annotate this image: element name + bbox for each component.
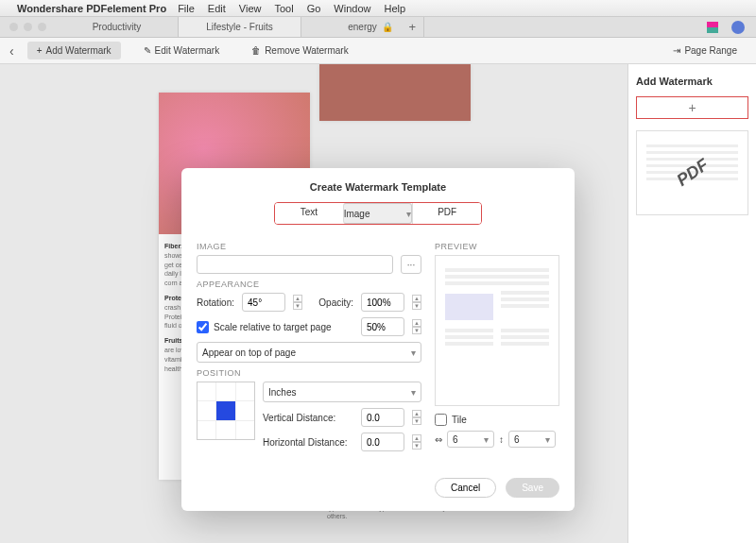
layer-select[interactable]: Appear on top of page: [197, 342, 421, 363]
menu-window[interactable]: Window: [334, 3, 370, 14]
vertical-distance-input[interactable]: [361, 408, 404, 427]
opacity-label: Opacity:: [318, 297, 353, 308]
tile-v-select[interactable]: 6: [508, 431, 556, 448]
zoom-icon[interactable]: [38, 23, 46, 31]
menu-go[interactable]: Go: [307, 3, 321, 14]
select-value: 6: [453, 434, 458, 445]
tab-label: energy: [348, 22, 377, 32]
browse-button[interactable]: ···: [401, 255, 421, 274]
add-watermark-template-button[interactable]: +: [636, 96, 748, 119]
panel-title: Add Watermark: [636, 76, 748, 87]
add-watermark-button[interactable]: +Add Watermark: [27, 42, 121, 59]
dialog-title: Create Watermark Template: [197, 181, 559, 193]
horizontal-distance-input[interactable]: [361, 433, 404, 451]
menu-help[interactable]: Help: [384, 3, 405, 14]
tab-label: Productivity: [93, 22, 142, 32]
close-icon[interactable]: [9, 23, 18, 31]
tile-checkbox[interactable]: [435, 414, 447, 426]
document-tabs: Productivity Lifestyle - Fruits energy 🔒…: [56, 17, 707, 37]
lock-icon: 🔒: [382, 22, 393, 32]
trash-icon: 🗑: [251, 45, 261, 56]
menu-tool[interactable]: Tool: [274, 3, 293, 14]
image-path-input[interactable]: [197, 255, 393, 274]
tab-image[interactable]: Image: [343, 203, 413, 224]
watermark-template-dialog: Create Watermark Template Text Image PDF…: [181, 168, 575, 511]
minimize-icon[interactable]: [24, 23, 32, 31]
position-center[interactable]: [216, 401, 234, 419]
watermark-type-tabs: Text Image PDF: [274, 202, 482, 225]
opacity-input[interactable]: [361, 293, 404, 312]
window-tabbar: Productivity Lifestyle - Fruits energy 🔒…: [0, 17, 756, 38]
unit-select[interactable]: Inches: [263, 382, 421, 402]
pencil-icon: ✎: [144, 45, 151, 56]
hdist-stepper[interactable]: ▲▼: [412, 434, 421, 450]
button-label: Add Watermark: [46, 45, 112, 56]
range-icon: ⇥: [673, 45, 680, 56]
horizontal-distance-label: Horizontal Distance:: [263, 437, 353, 448]
back-icon[interactable]: ‹: [9, 43, 14, 59]
rotation-input[interactable]: [242, 293, 285, 312]
window-controls: [0, 23, 56, 31]
page-range-button[interactable]: ⇥Page Range: [663, 42, 747, 59]
tab-productivity[interactable]: Productivity: [56, 17, 179, 37]
position-grid[interactable]: [197, 382, 255, 440]
app-name: Wondershare PDFelement Pro: [17, 3, 166, 14]
edit-watermark-button[interactable]: ✎Edit Watermark: [134, 42, 230, 59]
tab-pdf[interactable]: PDF: [412, 203, 481, 224]
watermark-preview: [435, 255, 559, 406]
section-appearance: APPEARANCE: [197, 280, 421, 289]
select-value: 6: [514, 434, 520, 445]
tab-energy[interactable]: energy 🔒 +: [301, 17, 424, 37]
apps-icon[interactable]: [707, 22, 718, 33]
button-label: Page Range: [684, 45, 737, 56]
section-preview: PREVIEW: [435, 242, 559, 251]
toolbar: ‹ +Add Watermark ✎Edit Watermark 🗑Remove…: [0, 38, 756, 64]
save-button[interactable]: Save: [506, 478, 559, 498]
section-position: POSITION: [197, 368, 421, 378]
remove-watermark-button[interactable]: 🗑Remove Watermark: [242, 42, 358, 59]
avatar[interactable]: [731, 21, 745, 34]
vdist-stepper[interactable]: ▲▼: [412, 410, 421, 425]
button-label: Remove Watermark: [265, 45, 349, 56]
tile-h-select[interactable]: 6: [447, 431, 494, 448]
button-label: Edit Watermark: [155, 45, 220, 56]
opacity-stepper[interactable]: ▲▼: [412, 295, 421, 310]
scale-stepper[interactable]: ▲▼: [412, 319, 421, 334]
workspace: Fiber: sugars and help with digestion a …: [0, 64, 756, 543]
tab-text[interactable]: Text: [275, 203, 343, 224]
vertical-distance-label: Vertical Distance:: [263, 413, 353, 423]
scale-input[interactable]: [361, 317, 404, 336]
new-tab-icon[interactable]: +: [408, 20, 416, 34]
tab-label: Lifestyle - Fruits: [206, 22, 273, 32]
menubar: Wondershare PDFelement Pro File Edit Vie…: [0, 0, 756, 17]
modal-backdrop: Create Watermark Template Text Image PDF…: [0, 64, 627, 543]
rotation-label: Rotation:: [197, 297, 234, 308]
plus-icon: +: [37, 45, 43, 56]
rotation-stepper[interactable]: ▲▼: [293, 295, 302, 310]
menu-view[interactable]: View: [239, 3, 262, 14]
select-value: Appear on top of page: [202, 348, 296, 358]
scale-checkbox[interactable]: Scale relative to target page: [197, 321, 332, 333]
cancel-button[interactable]: Cancel: [435, 478, 496, 498]
tab-lifestyle-fruits[interactable]: Lifestyle - Fruits: [179, 17, 301, 37]
select-value: Inches: [268, 387, 296, 398]
tile-v-icon: ↕: [499, 434, 504, 445]
tile-h-icon: ⇔: [435, 434, 442, 445]
tile-label: Tile: [452, 415, 467, 425]
section-image: IMAGE: [197, 242, 421, 251]
menu-edit[interactable]: Edit: [208, 3, 226, 14]
watermark-panel: Add Watermark + PDF: [627, 64, 756, 543]
menu-file[interactable]: File: [178, 3, 195, 14]
checkbox-label: Scale relative to target page: [214, 322, 332, 332]
watermark-thumbnail[interactable]: PDF: [636, 130, 748, 215]
document-canvas[interactable]: Fiber: sugars and help with digestion a …: [0, 64, 627, 543]
